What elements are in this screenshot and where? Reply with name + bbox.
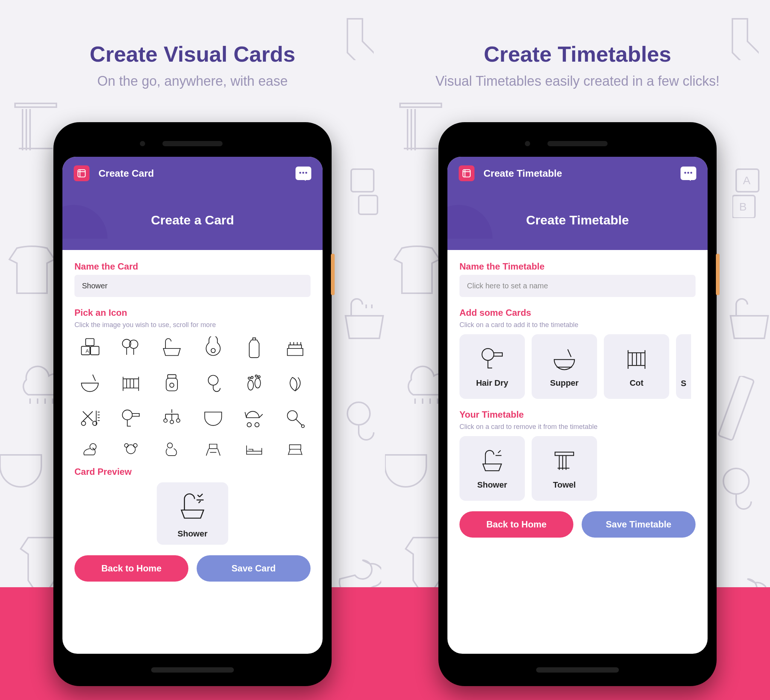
cot-icon — [623, 345, 650, 372]
svg-rect-5 — [91, 346, 99, 355]
svg-point-24 — [164, 419, 167, 422]
stroller-icon[interactable] — [239, 405, 269, 432]
highchair-icon[interactable] — [198, 439, 228, 460]
diaper-icon[interactable] — [198, 405, 228, 432]
app-bar: Create Card — [62, 157, 323, 190]
svg-point-13 — [170, 383, 174, 387]
walker-icon[interactable] — [280, 439, 311, 460]
card-label: Shower — [477, 480, 507, 490]
button-row: Back to Home Save Timetable — [459, 511, 696, 538]
svg-text:A: A — [85, 348, 89, 354]
hairdryer-icon[interactable] — [115, 405, 146, 432]
bed-icon[interactable] — [239, 439, 269, 460]
svg-point-41 — [723, 469, 749, 494]
svg-point-35 — [168, 443, 173, 448]
add-cards-label: Add some Cards — [459, 307, 696, 318]
sock-doodle-icon — [325, 15, 374, 60]
pacifier-icon[interactable] — [198, 370, 228, 397]
cot-icon[interactable] — [115, 370, 146, 397]
save-timetable-button[interactable]: Save Timetable — [582, 511, 696, 538]
preview-card-label: Shower — [160, 529, 225, 539]
card-partial[interactable]: S — [676, 334, 691, 399]
card-cot[interactable]: Cot — [604, 334, 669, 399]
bowl-icon — [551, 345, 578, 372]
shirt-doodle-icon — [8, 241, 57, 297]
card-hair-dry[interactable]: Hair Dry — [459, 334, 525, 399]
svg-rect-42 — [463, 170, 470, 177]
your-timetable-hint: Click on a card to remove it from the ti… — [459, 423, 696, 431]
card-label: Supper — [550, 378, 579, 388]
hero-title: Create a Card — [62, 190, 323, 250]
name-section-label: Name the Card — [74, 261, 311, 272]
svg-point-14 — [208, 375, 218, 385]
back-to-home-button[interactable]: Back to Home — [459, 511, 573, 538]
svg-point-34 — [133, 444, 137, 447]
birthday-cake-icon[interactable] — [280, 334, 311, 361]
svg-point-28 — [255, 422, 259, 427]
bathtub-icon[interactable] — [157, 334, 187, 361]
phone-speaker — [547, 141, 608, 146]
svg-point-27 — [247, 422, 251, 427]
svg-rect-0 — [351, 169, 374, 192]
hero-title: Create Timetable — [447, 190, 708, 250]
screen-content: Name the Card Pick an Icon Click the ima… — [62, 250, 323, 654]
card-towel[interactable]: Towel — [532, 436, 597, 501]
your-timetable-row: Shower Towel — [459, 436, 696, 501]
comb-scissors-icon[interactable] — [74, 405, 105, 432]
timetable-name-input[interactable] — [459, 275, 696, 297]
pacifier-doodle-icon — [713, 462, 766, 519]
svg-point-21 — [81, 422, 85, 425]
balloons-icon[interactable] — [115, 334, 146, 361]
blocks-icon[interactable]: A — [74, 334, 105, 361]
card-shower[interactable]: Shower — [459, 436, 525, 501]
svg-point-10 — [211, 349, 215, 352]
app-logo-icon[interactable] — [459, 165, 474, 181]
mobile-toy-icon[interactable] — [157, 405, 187, 432]
card-label: S — [681, 378, 686, 388]
app-logo-icon[interactable] — [74, 165, 89, 181]
bib-icon[interactable] — [198, 334, 228, 361]
preview-section-label: Card Preview — [74, 467, 311, 477]
blocks-doodle-icon: AB — [733, 165, 766, 218]
svg-text:B: B — [739, 200, 747, 213]
button-row: Back to Home Save Card — [74, 555, 311, 582]
icon-grid-row-partial — [74, 439, 311, 460]
duck-icon[interactable] — [74, 439, 105, 460]
svg-point-43 — [482, 349, 494, 361]
svg-point-18 — [251, 376, 253, 378]
card-label: Hair Dry — [476, 378, 508, 388]
bathtub-doodle-icon — [344, 297, 385, 346]
card-label: Towel — [553, 480, 576, 490]
teddy-icon[interactable] — [115, 439, 146, 460]
footprints-icon[interactable] — [239, 370, 269, 397]
bottle-icon[interactable] — [239, 334, 269, 361]
leaves-icon[interactable] — [280, 370, 311, 397]
card-supper[interactable]: Supper — [532, 334, 597, 399]
card-name-input[interactable] — [74, 275, 311, 297]
icon-section-label: Pick an Icon — [74, 307, 311, 318]
phone-mockup: Create Card Create a Card Name the Card … — [53, 122, 332, 686]
bowl-icon[interactable] — [74, 370, 105, 397]
rattle-icon[interactable] — [280, 405, 311, 432]
svg-point-25 — [170, 420, 174, 424]
screen-content: Name the Timetable Add some Cards Click … — [447, 250, 708, 654]
nursing-icon[interactable] — [157, 439, 187, 460]
phone-side-button — [716, 254, 720, 295]
jar-icon[interactable] — [157, 370, 187, 397]
add-cards-row[interactable]: Hair Dry Supper Cot S — [459, 334, 696, 399]
save-card-button[interactable]: Save Card — [197, 555, 311, 582]
sock-doodle-icon — [710, 15, 759, 60]
app-bar-title: Create Timetable — [484, 168, 562, 179]
svg-point-2 — [348, 402, 370, 425]
blocks-doodle-icon — [348, 165, 381, 218]
svg-point-16 — [255, 378, 260, 388]
hairdryer-icon — [479, 345, 506, 372]
chat-icon[interactable] — [681, 167, 696, 180]
phone-speaker — [162, 141, 223, 146]
add-cards-hint: Click on a card to add it to the timetab… — [459, 321, 696, 329]
svg-point-30 — [301, 425, 304, 428]
subheadline: On the go, anywhere, with ease — [0, 73, 385, 89]
chat-icon[interactable] — [296, 167, 311, 180]
app-bar-title: Create Card — [99, 168, 154, 179]
back-to-home-button[interactable]: Back to Home — [74, 555, 188, 582]
